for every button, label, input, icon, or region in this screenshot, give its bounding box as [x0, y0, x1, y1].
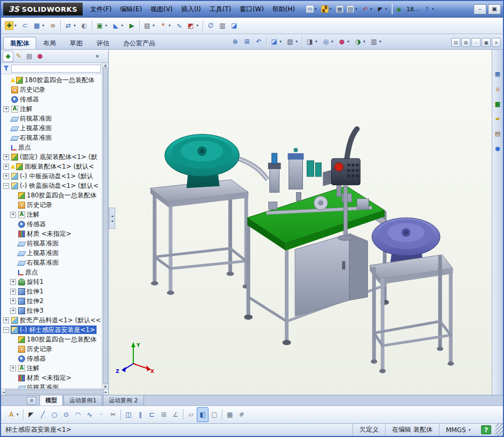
doc-restore-icon[interactable]: ▣ — [482, 38, 491, 47]
panel-chevron[interactable]: » — [95, 52, 107, 60]
hscroll-track[interactable] — [5, 390, 105, 394]
tree-item[interactable]: +拉伸3 — [2, 306, 102, 315]
select-icon[interactable]: ◤▾ — [375, 2, 390, 16]
taskpane-appearances-icon[interactable]: ● — [493, 144, 502, 154]
tree-item[interactable]: +拉伸2 — [2, 296, 102, 306]
move-component-icon[interactable]: ⇄▾ — [62, 18, 78, 33]
sketch-spline-icon[interactable]: ∿ — [84, 407, 95, 422]
menu-item-3[interactable]: 视图(V) — [146, 3, 177, 16]
save-icon[interactable]: ▦ — [334, 2, 345, 16]
previous-view-icon[interactable]: ↶ — [253, 35, 265, 48]
tree-item[interactable]: 前视基准面 — [2, 383, 102, 388]
command-tab-1[interactable]: 装配体 — [3, 37, 36, 49]
tree-item[interactable]: 前视基准面 — [2, 114, 102, 123]
sketch-arc-icon[interactable]: ◠ — [72, 407, 84, 422]
assembly-features-icon[interactable]: ▣▾ — [94, 18, 110, 33]
zoom-fit-icon[interactable]: ⊕ — [229, 35, 241, 48]
convert-entities-icon[interactable]: ⊏ — [146, 407, 158, 422]
menu-item-7[interactable]: 帮助(H) — [268, 3, 299, 16]
scroll-up-icon[interactable]: ▲ — [104, 63, 107, 67]
study-splitter-handle[interactable]: ⊞ — [27, 397, 36, 405]
taskpane-view-palette-icon[interactable]: ▆ — [493, 99, 502, 109]
edit-appearance-icon[interactable]: ●▾ — [336, 35, 352, 48]
tree-item[interactable]: 前视基准面 — [2, 239, 102, 248]
bill-of-materials-icon[interactable]: ▤▾ — [141, 18, 157, 33]
tree-item[interactable]: +注解 — [2, 104, 102, 114]
scroll-left-icon[interactable]: ◄ — [2, 390, 5, 394]
tree-toggle[interactable]: + — [10, 212, 16, 218]
tree-item[interactable]: 传感器 — [2, 354, 102, 363]
sketch-point-icon[interactable]: · — [95, 407, 107, 422]
pane-split-horizontal-icon[interactable]: ⊟ — [451, 38, 460, 47]
status-units[interactable]: MMGS▾ — [439, 424, 477, 436]
note-icon[interactable]: A▾ — [5, 407, 21, 422]
tree-item[interactable]: 原点 — [2, 267, 102, 277]
grid-system-icon[interactable]: ▦ — [224, 407, 236, 422]
insert-components-icon[interactable]: ✚▾ — [3, 18, 19, 33]
view-settings-icon[interactable]: ▥▾ — [368, 35, 384, 48]
tree-item[interactable]: −(-) 铁盖振动盘<1> (默认< — [2, 181, 102, 190]
taskpane-design-library-icon[interactable]: ▤ — [493, 129, 502, 139]
status-help[interactable]: ? — [481, 425, 491, 434]
panel-splitter[interactable]: ◄ ◄ — [109, 208, 115, 229]
scroll-down-icon[interactable]: ▼ — [104, 385, 107, 388]
tree-toggle[interactable]: + — [3, 154, 9, 160]
study-tab-3[interactable]: 运动算例 2 — [103, 395, 144, 406]
quick-snaps-icon[interactable]: # — [236, 407, 247, 422]
app-restore-button[interactable]: ▣ — [488, 4, 501, 14]
mass-properties-icon[interactable]: ▥ — [217, 18, 228, 33]
tree-toggle[interactable]: + — [10, 366, 16, 371]
reference-geometry-icon[interactable]: ◣▾ — [110, 18, 126, 33]
tree-item[interactable]: 180胶盖四合一总装配体 — [2, 190, 102, 200]
tree-item[interactable]: +(-) 中板振动盘<1> (默认 — [2, 171, 102, 181]
tree-toggle[interactable]: − — [3, 327, 9, 333]
featuremanager-tree-icon[interactable]: ◆ — [3, 51, 13, 62]
tree-item[interactable]: +注解 — [2, 363, 102, 373]
collapse-panel-icon[interactable]: ◄ — [111, 214, 114, 218]
vscroll-track[interactable] — [103, 67, 108, 384]
sketch-ellipse-icon[interactable]: ⊙ — [60, 407, 72, 422]
tree-item[interactable]: −(-) 杯士感应器安装座<1> — [2, 325, 102, 335]
hide-show-items-icon[interactable]: ◎▾ — [320, 35, 336, 48]
tree-item[interactable]: 上视基准面 — [2, 248, 102, 258]
tree-item[interactable]: 180胶盖四合一总装配体 — [2, 75, 102, 85]
tree-item[interactable]: 上视基准面 — [2, 123, 102, 133]
tree-item[interactable]: +胶壳产品料道<1> (默认<< — [2, 315, 102, 325]
command-tab-5[interactable]: 办公室产品 — [116, 37, 162, 49]
tree-item[interactable]: 右视基准面 — [2, 258, 102, 267]
mirror-entities-icon[interactable]: ◫ — [123, 407, 134, 422]
study-tab-1[interactable]: 模型 — [39, 395, 63, 406]
section-properties-icon[interactable]: ◪ — [228, 18, 240, 33]
help-icon[interactable]: ?▾ — [422, 2, 437, 16]
tree-item[interactable]: 历史记录 — [2, 200, 102, 210]
command-tab-2[interactable]: 布局 — [36, 37, 63, 49]
menu-item-6[interactable]: 窗口(W) — [235, 3, 268, 16]
measure-icon[interactable]: ∅ — [205, 18, 217, 33]
linear-component-pattern-icon[interactable]: ▦▾ — [31, 18, 47, 33]
configurationmanager-icon[interactable]: ▤ — [24, 51, 35, 62]
resize-grip[interactable] — [495, 424, 503, 436]
tree-item[interactable]: 传感器 — [2, 219, 102, 229]
propertymanager-icon[interactable]: ✎ — [13, 51, 24, 62]
study-tab-2[interactable]: 运动算例1 — [63, 395, 102, 406]
display-style-icon[interactable]: ◨▾ — [304, 35, 320, 48]
menu-item-1[interactable]: 文件(F) — [86, 3, 116, 16]
taskpane-home-icon[interactable]: ⌂ — [493, 84, 502, 94]
sketch-line-icon[interactable]: ╱ — [37, 407, 49, 422]
section-view-icon[interactable]: ◪▾ — [268, 35, 284, 48]
new-document-icon[interactable]: ▤▾ — [305, 2, 319, 16]
open-icon[interactable]: ▞▾ — [319, 2, 334, 16]
tree-item[interactable]: +(固定) 底架装配体<1> (默 — [2, 152, 102, 162]
tree-item[interactable]: 历史记录 — [2, 344, 102, 354]
sketch-trim-icon[interactable]: ✂ — [107, 407, 119, 422]
sketch-grid-icon[interactable]: ⊞ — [158, 407, 170, 422]
tree-item[interactable]: +面板装配体<1> (默认< — [2, 162, 102, 171]
tree-item[interactable]: +注解 — [2, 210, 102, 219]
sketch-circle-icon[interactable]: ○ — [49, 407, 60, 422]
command-tab-3[interactable]: 草图 — [63, 37, 90, 49]
scroll-right-icon[interactable]: ► — [105, 390, 107, 394]
offset-entities-icon[interactable]: ∥ — [134, 407, 146, 422]
zoom-to-area-icon[interactable]: ⊞ — [241, 35, 253, 48]
isometric-view-icon[interactable]: ▱ — [185, 407, 197, 422]
tree-toggle[interactable]: + — [3, 106, 9, 112]
